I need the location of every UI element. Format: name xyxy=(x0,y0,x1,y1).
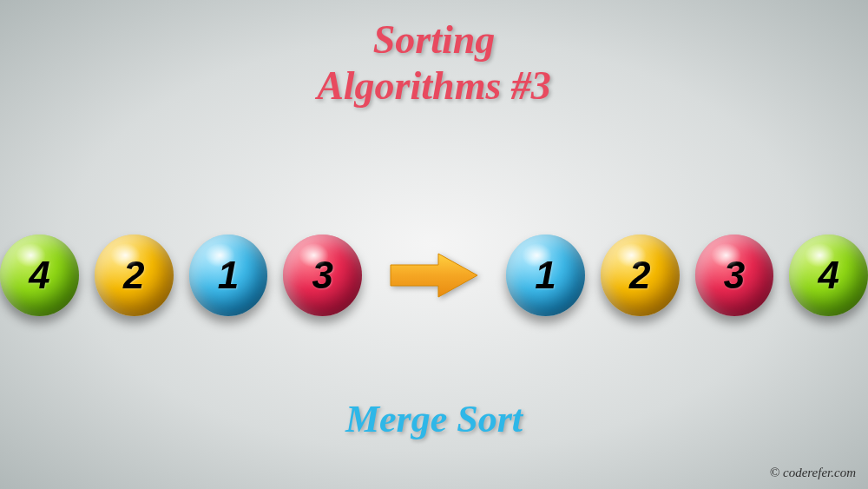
ball-number: 2 xyxy=(629,254,650,297)
ball-number: 1 xyxy=(218,254,239,297)
ball-number: 4 xyxy=(29,254,49,297)
ball-number: 4 xyxy=(818,254,838,297)
algorithm-name: Merge Sort xyxy=(0,397,868,441)
sorted-ball-2: 2 xyxy=(601,235,680,316)
ball-number: 2 xyxy=(123,254,144,297)
copyright-text: © coderefer.com xyxy=(770,466,856,480)
sorted-ball-1: 1 xyxy=(506,235,585,316)
ball-number: 1 xyxy=(535,254,556,297)
title-line-2: Algorithms #3 xyxy=(0,63,868,109)
ball-number: 3 xyxy=(724,254,745,297)
arrow-icon xyxy=(386,249,482,301)
unsorted-ball-4: 3 xyxy=(283,235,362,316)
unsorted-ball-1: 4 xyxy=(0,235,79,316)
ball-number: 3 xyxy=(312,254,332,297)
title-line-1: Sorting xyxy=(0,17,868,63)
unsorted-ball-3: 1 xyxy=(189,235,268,316)
sorted-ball-3: 3 xyxy=(695,235,774,316)
sorted-ball-4: 4 xyxy=(789,235,868,316)
sorting-diagram: 4 2 1 3 1 2 3 4 xyxy=(0,235,868,316)
unsorted-ball-2: 2 xyxy=(95,235,174,316)
main-title: Sorting Algorithms #3 xyxy=(0,0,868,109)
